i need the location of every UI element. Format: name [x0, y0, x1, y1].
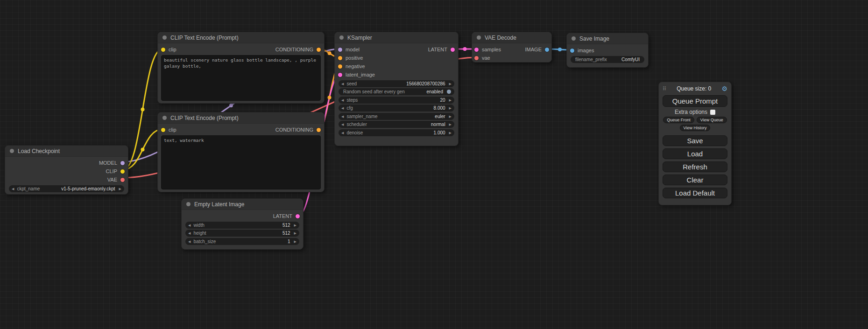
- cfg-widget[interactable]: ◀ cfg 8.000 ▶: [339, 105, 454, 112]
- increment-arrow-icon[interactable]: ▶: [449, 98, 452, 102]
- output-port-latent: LATENT: [182, 212, 303, 220]
- decrement-arrow-icon[interactable]: ◀: [12, 187, 14, 190]
- increment-arrow-icon[interactable]: ▶: [294, 231, 296, 235]
- decrement-arrow-icon[interactable]: ◀: [341, 98, 344, 102]
- increment-arrow-icon[interactable]: ▶: [449, 106, 452, 110]
- node-title-bar[interactable]: CLIP Text Encode (Prompt): [158, 112, 324, 124]
- wire-midpoint-dot: [558, 48, 562, 51]
- settings-gear-icon[interactable]: ⚙: [721, 85, 727, 92]
- decrement-arrow-icon[interactable]: ◀: [341, 131, 344, 134]
- node-title-bar[interactable]: Empty Latent Image: [182, 199, 303, 210]
- extra-options-checkbox[interactable]: [710, 110, 715, 115]
- widget-label: seed: [346, 81, 357, 86]
- collapse-dot-icon[interactable]: [10, 149, 14, 153]
- collapse-dot-icon[interactable]: [477, 35, 481, 40]
- batch-size-widget[interactable]: ◀ batch_size 1 ▶: [185, 238, 299, 245]
- port-label-vae: vae: [482, 55, 490, 61]
- decrement-arrow-icon[interactable]: ◀: [341, 82, 344, 85]
- decrement-arrow-icon[interactable]: ◀: [341, 106, 344, 110]
- widget-label: width: [193, 223, 204, 228]
- node-title-bar[interactable]: KSampler: [335, 32, 458, 43]
- vae-port-dot[interactable]: [474, 56, 479, 60]
- model-port-dot[interactable]: [338, 48, 342, 52]
- view-queue-button[interactable]: View Queue: [697, 117, 727, 123]
- filename-prefix-widget[interactable]: filename_prefix ComfyUI: [571, 56, 644, 63]
- latent-port-dot[interactable]: [451, 48, 455, 52]
- increment-arrow-icon[interactable]: ▶: [294, 224, 296, 227]
- increment-arrow-icon[interactable]: ▶: [449, 82, 452, 85]
- prompt-text-area[interactable]: text, watermark: [161, 135, 321, 189]
- port-label-images: images: [578, 48, 594, 53]
- port-label-latent: LATENT: [273, 213, 292, 219]
- decrement-arrow-icon[interactable]: ◀: [188, 240, 191, 243]
- input-port-latent-image: latent_image: [335, 70, 458, 79]
- conditioning-port-dot[interactable]: [317, 128, 321, 132]
- width-widget[interactable]: ◀ width 512 ▶: [185, 222, 299, 229]
- node-empty-latent-image[interactable]: Empty Latent Image LATENT ◀ width 512 ▶ …: [181, 198, 303, 250]
- view-history-button[interactable]: View History: [680, 125, 711, 131]
- conditioning-port-dot[interactable]: [338, 64, 342, 69]
- increment-arrow-icon[interactable]: ▶: [294, 240, 296, 243]
- clip-port-dot[interactable]: [161, 128, 165, 132]
- node-vae-decode[interactable]: VAE Decode samples IMAGE vae: [472, 32, 552, 63]
- queue-prompt-button[interactable]: Queue Prompt: [663, 95, 727, 107]
- node-clip-text-encode-positive[interactable]: CLIP Text Encode (Prompt) clip CONDITION…: [157, 32, 325, 104]
- latent-port-dot[interactable]: [474, 48, 479, 52]
- random-seed-toggle-widget[interactable]: Random seed after every gen enabled: [339, 88, 454, 95]
- scheduler-widget[interactable]: ◀ scheduler normal ▶: [339, 121, 454, 128]
- conditioning-port-dot[interactable]: [317, 48, 321, 52]
- load-default-button[interactable]: Load Default: [663, 188, 727, 198]
- decrement-arrow-icon[interactable]: ◀: [188, 224, 191, 227]
- queue-panel-header: ⠿ Queue size: 0 ⚙: [663, 84, 727, 93]
- collapse-dot-icon[interactable]: [162, 116, 167, 120]
- node-load-checkpoint[interactable]: Load Checkpoint MODEL CLIP VAE ◀ ckpt_na…: [5, 145, 128, 195]
- prompt-text-area[interactable]: beautiful scenery nature glass bottle la…: [161, 55, 321, 101]
- collapse-dot-icon[interactable]: [572, 36, 576, 41]
- increment-arrow-icon[interactable]: ▶: [119, 187, 121, 190]
- increment-arrow-icon[interactable]: ▶: [449, 115, 452, 118]
- collapse-dot-icon[interactable]: [162, 35, 167, 40]
- node-title-bar[interactable]: Load Checkpoint: [5, 146, 128, 157]
- load-button[interactable]: Load: [663, 148, 727, 159]
- toggle-dot-icon[interactable]: [447, 90, 451, 94]
- node-title-bar[interactable]: Save Image: [567, 33, 648, 44]
- decrement-arrow-icon[interactable]: ◀: [188, 231, 191, 235]
- clear-button[interactable]: Clear: [663, 175, 727, 185]
- widget-value: 1: [288, 239, 290, 244]
- decrement-arrow-icon[interactable]: ◀: [341, 115, 344, 118]
- increment-arrow-icon[interactable]: ▶: [449, 123, 452, 126]
- clip-port-dot[interactable]: [161, 48, 165, 52]
- denoise-widget[interactable]: ◀ denoise 1.000 ▶: [339, 129, 454, 136]
- decrement-arrow-icon[interactable]: ◀: [341, 123, 344, 126]
- collapse-dot-icon[interactable]: [186, 202, 191, 206]
- node-ksampler[interactable]: KSampler model LATENT positive negative …: [334, 32, 459, 146]
- steps-widget[interactable]: ◀ steps 20 ▶: [339, 97, 454, 104]
- widget-label: cfg: [346, 105, 353, 111]
- node-title: KSampler: [347, 35, 372, 41]
- seed-widget[interactable]: ◀ seed 156680208700286 ▶: [339, 80, 454, 87]
- clip-port-dot[interactable]: [120, 169, 125, 174]
- vae-port-dot[interactable]: [120, 178, 125, 182]
- conditioning-port-dot[interactable]: [338, 56, 342, 60]
- image-port-dot[interactable]: [570, 49, 574, 53]
- model-port-dot[interactable]: [120, 161, 125, 165]
- ckpt-name-widget[interactable]: ◀ ckpt_name v1-5-pruned-emaonly.ckpt ▶: [9, 185, 124, 192]
- refresh-button[interactable]: Refresh: [663, 161, 727, 172]
- clip-conditioning-row: clip CONDITIONING: [158, 126, 324, 134]
- increment-arrow-icon[interactable]: ▶: [449, 131, 452, 134]
- drag-handle-icon[interactable]: ⠿: [663, 86, 666, 92]
- collapse-dot-icon[interactable]: [339, 35, 344, 40]
- node-clip-text-encode-negative[interactable]: CLIP Text Encode (Prompt) clip CONDITION…: [157, 112, 325, 192]
- latent-port-dot[interactable]: [338, 73, 342, 77]
- latent-port-dot[interactable]: [296, 214, 300, 218]
- queue-front-button[interactable]: Queue Front: [663, 117, 694, 123]
- queue-size-label: Queue size: 0: [666, 85, 721, 92]
- node-title-bar[interactable]: VAE Decode: [472, 32, 551, 43]
- node-save-image[interactable]: Save Image images filename_prefix ComfyU…: [566, 33, 649, 68]
- node-title-bar[interactable]: CLIP Text Encode (Prompt): [158, 32, 324, 43]
- save-button[interactable]: Save: [663, 135, 727, 146]
- height-widget[interactable]: ◀ height 512 ▶: [185, 230, 299, 237]
- widget-label: batch_size: [193, 239, 216, 244]
- sampler-name-widget[interactable]: ◀ sampler_name euler ▶: [339, 113, 454, 120]
- image-port-dot[interactable]: [545, 48, 549, 52]
